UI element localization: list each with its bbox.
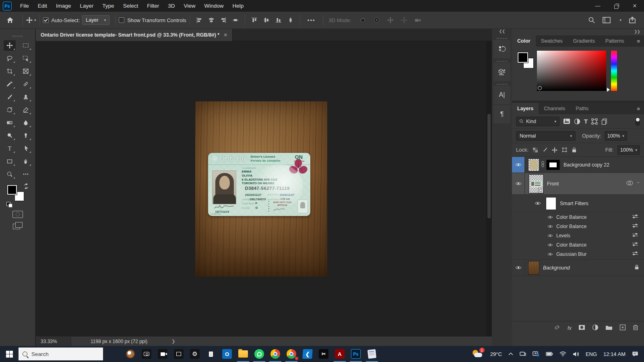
taskbar-app-recorder[interactable]	[155, 346, 171, 362]
zoom-level-field[interactable]: 33.33%	[36, 337, 71, 346]
layer-visibility-toggle[interactable]	[512, 173, 525, 194]
close-tab-icon[interactable]: ✕	[223, 32, 227, 38]
layer-name[interactable]: Background	[543, 265, 570, 271]
quick-mask-mode-button[interactable]	[12, 211, 23, 218]
taskbar-app-coconut[interactable]	[122, 346, 138, 362]
scrollbar-thumb[interactable]	[487, 114, 491, 218]
tray-expand-chevron-icon[interactable]	[505, 346, 516, 362]
home-icon[interactable]	[6, 17, 14, 23]
auto-select-target-dropdown[interactable]: Layer▾	[82, 15, 109, 25]
zoom-tool[interactable]	[4, 169, 16, 179]
taskbar-app-sticky-notes[interactable]	[364, 346, 380, 362]
panel-menu-icon[interactable]: ≡	[633, 35, 644, 47]
menu-layer[interactable]: Layer	[76, 3, 98, 9]
align-horizontal-centers-icon[interactable]	[208, 17, 215, 23]
chevron-down-icon[interactable]: ▾	[619, 18, 621, 22]
link-layers-icon[interactable]	[553, 325, 561, 331]
weather-tray-item[interactable]: 1	[469, 346, 487, 362]
status-chevron-icon[interactable]: ❯	[171, 339, 175, 344]
filter-kind-dropdown[interactable]: Kind ▾	[516, 117, 559, 126]
taskbar-app-vscode[interactable]: ❮	[299, 346, 316, 362]
collapse-dock-icon[interactable]: ❮❮	[492, 29, 512, 35]
type-tool[interactable]: T	[4, 143, 16, 154]
search-icon[interactable]	[588, 16, 595, 24]
blend-mode-dropdown[interactable]: Normal ▾	[516, 131, 576, 141]
menu-image[interactable]: Image	[52, 3, 76, 9]
lock-pixels-icon[interactable]	[542, 147, 548, 153]
delete-layer-icon[interactable]	[633, 324, 638, 332]
workspace-switcher-icon[interactable]	[603, 17, 611, 23]
lock-position-icon[interactable]	[552, 147, 557, 153]
tab-color[interactable]: Color	[512, 35, 536, 47]
menu-3d[interactable]: 3D	[163, 3, 179, 9]
taskbar-app-settings[interactable]: ⚙	[187, 346, 203, 362]
character-panel-icon[interactable]: A|	[493, 86, 510, 104]
default-colors-icon[interactable]	[6, 202, 12, 207]
filter-smart-objects-icon[interactable]	[601, 118, 607, 125]
taskbar-app-acrobat[interactable]: A	[332, 346, 348, 362]
filter-item-color-balance[interactable]: Color Balance	[512, 212, 644, 222]
panel-menu-icon[interactable]: ≡	[633, 103, 644, 114]
filter-visibility-toggle[interactable]	[547, 234, 553, 238]
filter-visibility-toggle[interactable]	[547, 243, 553, 247]
new-layer-icon[interactable]	[619, 324, 626, 332]
taskbar-app-photoshop[interactable]: Ps	[348, 346, 364, 362]
taskbar-app-camera[interactable]	[138, 346, 155, 362]
wifi-tray-icon[interactable]	[556, 346, 570, 362]
spot-healing-brush-tool[interactable]	[20, 79, 32, 89]
filter-item-levels[interactable]: Levels	[512, 231, 644, 240]
align-right-edges-icon[interactable]	[220, 17, 227, 23]
filter-visibility-toggle[interactable]	[547, 252, 553, 256]
object-selection-tool[interactable]	[20, 53, 32, 64]
path-selection-tool[interactable]	[20, 143, 32, 154]
lock-transparency-icon[interactable]	[533, 147, 538, 153]
layer-thumbnail[interactable]	[528, 158, 539, 171]
document-tab[interactable]: Ontario Driver license template- Smart f…	[36, 29, 233, 41]
taskbar-app-file-explorer[interactable]	[235, 346, 251, 362]
smart-filter-indicator-icon[interactable]	[625, 180, 634, 187]
tab-layers[interactable]: Layers	[512, 103, 539, 114]
add-layer-mask-icon[interactable]	[578, 325, 585, 331]
taskbar-app-outlook[interactable]: O	[219, 346, 235, 362]
color-cursor[interactable]	[538, 86, 542, 90]
clone-stamp-tool[interactable]	[20, 92, 32, 102]
menu-view[interactable]: View	[179, 3, 200, 9]
layer-name[interactable]: Background copy 22	[564, 162, 609, 168]
filter-pixel-layers-icon[interactable]	[563, 118, 570, 124]
layer-visibility-toggle[interactable]	[512, 260, 525, 276]
dodge-tool[interactable]	[4, 130, 16, 141]
hue-slider[interactable]	[611, 51, 617, 91]
eyedropper-tool[interactable]	[4, 79, 16, 89]
layer-row-background-copy-22[interactable]: Background copy 22	[512, 157, 644, 173]
taskbar-app-whatsapp[interactable]	[251, 346, 267, 362]
collapse-smart-filters-icon[interactable]: ⌃	[637, 181, 640, 186]
battery-tray-icon[interactable]	[543, 346, 556, 362]
filter-blending-options-icon[interactable]	[632, 251, 644, 257]
layer-mask-thumbnail[interactable]	[546, 160, 560, 170]
filter-blending-options-icon[interactable]	[632, 214, 644, 220]
language-indicator[interactable]: ENG	[582, 346, 600, 362]
filter-shape-layers-icon[interactable]	[591, 118, 598, 125]
screen-mode-button[interactable]	[13, 222, 23, 229]
history-panel-icon[interactable]	[493, 40, 510, 58]
volume-tray-icon[interactable]	[570, 346, 582, 362]
taskbar-app-capcut[interactable]: ✂	[316, 346, 332, 362]
minimize-button[interactable]: —	[588, 0, 607, 12]
filter-item-color-balance[interactable]: Color Balance	[512, 222, 644, 231]
new-group-icon[interactable]	[605, 325, 613, 331]
properties-3d-panel-icon[interactable]	[493, 63, 510, 81]
paragraph-panel-icon[interactable]: ¶	[493, 105, 510, 123]
eraser-tool[interactable]	[20, 105, 32, 115]
tab-gradients[interactable]: Gradients	[568, 35, 600, 47]
taskbar-app-chrome-2[interactable]	[283, 346, 299, 362]
distribute-horizontal-centers-icon[interactable]	[287, 17, 294, 23]
crop-tool[interactable]	[4, 66, 16, 76]
lock-artboard-icon[interactable]	[561, 147, 568, 153]
taskbar-app-chrome[interactable]	[267, 346, 283, 362]
smart-object-thumbnail[interactable]	[529, 175, 543, 193]
rectangular-marquee-tool[interactable]	[20, 40, 32, 51]
menu-window[interactable]: Window	[200, 3, 228, 9]
menu-filter[interactable]: Filter	[142, 3, 163, 9]
tab-channels[interactable]: Channels	[539, 103, 570, 114]
filter-adjustment-layers-icon[interactable]	[574, 118, 580, 125]
